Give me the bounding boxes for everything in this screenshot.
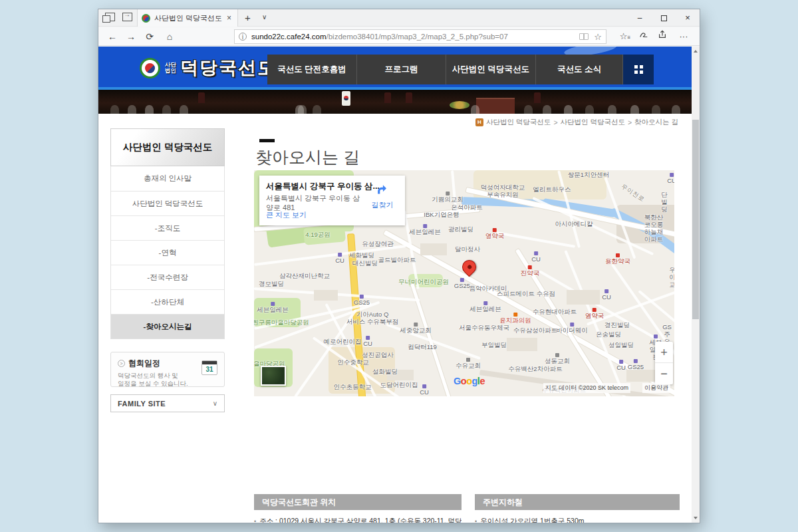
banner-person — [145, 105, 154, 114]
nav-item[interactable]: 프로그램 — [357, 55, 446, 84]
favorites-hub-icon[interactable]: ☆≡ — [617, 30, 633, 43]
sidebar-item[interactable]: -전국수련장 — [111, 265, 224, 289]
scrollbar-thumb[interactable] — [692, 120, 699, 319]
map-label: 세화빌딩 — [349, 252, 374, 259]
map-label: 수유삼성아파트 — [513, 327, 558, 334]
map-label: CU — [616, 360, 626, 372]
favorite-star-icon[interactable]: ☆ — [594, 32, 602, 42]
map-label: 세중앙교회 — [400, 323, 432, 334]
web-page: 사단 법인 덕당국선도 국선도 단전호흡법프로그램사단법인 덕당국선도국선도 소… — [98, 47, 692, 523]
nav-item[interactable]: 국선도 단전호흡법 — [267, 55, 357, 84]
nav-item[interactable]: 국선도 소식 — [536, 55, 623, 84]
map-label: 삼각산재미난학교 — [279, 273, 330, 280]
map-label: 수유교회 — [456, 358, 481, 370]
breadcrumb-item[interactable]: 사단법인 덕당국선도 — [561, 118, 625, 127]
home-icon[interactable]: ⌂ — [162, 30, 177, 43]
annotate-pen-icon[interactable] — [636, 30, 652, 43]
tab-bar: 사단법인 덕당국선도 × + ∨ – × — [98, 9, 700, 27]
map-label: 북한산코오롱 하늘채아파트 — [644, 214, 664, 243]
window-close-button[interactable]: × — [676, 9, 700, 27]
site-info-icon[interactable]: i — [239, 33, 247, 41]
map-label: 컴닥터119 — [408, 344, 437, 351]
tab-close-icon[interactable]: × — [225, 13, 233, 23]
banner-korean-flag — [342, 91, 350, 106]
zoom-out-button[interactable]: − — [655, 363, 673, 384]
section-title-bar: 덕당국선도회관 위치 — [254, 494, 462, 510]
banner-person — [564, 105, 573, 114]
satellite-view-thumbnail[interactable] — [261, 366, 286, 386]
title-dash — [259, 139, 275, 142]
breadcrumb-item[interactable]: 찾아오시는 길 — [634, 118, 678, 127]
google-logo[interactable]: Google — [454, 376, 485, 386]
family-site-select[interactable]: FAMILY SITE ∨ — [110, 394, 225, 412]
breadcrumb-home-icon[interactable]: H — [475, 118, 483, 126]
directions-icon — [375, 182, 390, 197]
nav-grid-button[interactable] — [623, 55, 654, 84]
sidebar-item[interactable]: 총재의 인사말 — [111, 166, 224, 191]
google-map[interactable]: 쌍문1치안센터우이천로CU덕성여자대학교 부속유치원엘리트하우스기쁨의교회은석아… — [254, 170, 674, 396]
section-bullet-item: 주소 : 01029 서울시 강북구 삼양로 481, 1층 (수유동 320-… — [254, 516, 462, 523]
schedule-widget[interactable]: > 협회일정 덕당국선도의 행사 및 일정을 보실 수 있습니다. 31 — [110, 352, 225, 387]
map-label: 영약국 — [485, 228, 505, 240]
map-label: 경모빌딩 — [259, 281, 284, 288]
main-nav: 국선도 단전호흡법프로그램사단법인 덕당국선도국선도 소식 — [267, 55, 654, 84]
sidebar-item[interactable]: -찾아오시는길 — [111, 314, 224, 338]
set-aside-tabs-icon[interactable] — [105, 13, 115, 21]
zoom-in-button[interactable]: + — [655, 342, 673, 363]
directions-button[interactable]: 길찾기 — [369, 182, 396, 210]
browser-tab[interactable]: 사단법인 덕당국선도 × — [137, 9, 238, 27]
breadcrumb: H사단법인 덕당국선도>사단법인 덕당국선도>찾아오시는 길 — [475, 118, 678, 127]
sidebar-item[interactable]: -산하단체 — [111, 289, 224, 314]
site-logo[interactable]: 사단 법인 덕당국선도 — [140, 56, 277, 80]
forward-icon[interactable]: → — [124, 30, 138, 43]
map-label: 수유백산2차아파트 — [508, 366, 562, 373]
tab-preview-icon[interactable] — [122, 13, 132, 21]
maximize-button[interactable] — [652, 9, 676, 27]
new-tab-button[interactable]: + — [245, 12, 251, 23]
sidebar-item[interactable]: -조직도 — [111, 215, 224, 240]
map-label: 엘리트하우스 — [533, 186, 571, 194]
map-terms-link[interactable]: 이용약관 — [642, 383, 670, 393]
scroll-up-icon[interactable] — [692, 47, 700, 56]
sidebar: 사단법인 덕당국선도 총재의 인사말사단법인 덕당국선도-조직도-연혁-전국수련… — [110, 128, 225, 339]
nav-item[interactable]: 사단법인 덕당국선도 — [446, 55, 536, 84]
map-label: 수유현대아파트 — [533, 309, 577, 316]
banner-person — [298, 105, 307, 114]
banner-person — [608, 105, 616, 114]
banner-person — [524, 105, 533, 114]
map-label: GS25 — [628, 359, 644, 371]
site-favicon — [142, 14, 150, 23]
map-road — [496, 231, 575, 248]
more-menu-icon[interactable]: ··· — [676, 30, 692, 43]
banner-person — [471, 105, 479, 114]
section-bullet-item: 우이신설 가오리역 1번출구 530m — [475, 516, 680, 523]
browser-toolbar: ← → ⟳ ⌂ i sundo22c.cafe24.com/bizdemo384… — [98, 27, 700, 46]
map-label: CU — [363, 336, 372, 348]
view-larger-map-link[interactable]: 큰 지도 보기 — [266, 210, 307, 220]
map-label: 골드빌아파트 — [378, 257, 416, 264]
banner-person — [180, 105, 188, 114]
reading-view-icon[interactable] — [579, 33, 589, 40]
breadcrumb-separator: > — [553, 118, 557, 126]
logo-title: 덕당국선도 — [180, 56, 277, 80]
map-info-card: 서울특별시 강북구 우이동 삼... 서울특별시 강북구 우이동 삼양로 481… — [259, 176, 405, 225]
map-label: 경진빌딩 — [604, 322, 630, 329]
url-bar[interactable]: i sundo22c.cafe24.com/bizdemo38401/mp3/m… — [234, 29, 606, 44]
sidebar-item[interactable]: -연혁 — [111, 240, 224, 265]
map-label: CU — [602, 289, 611, 301]
map-label: 성일빌딩 — [608, 342, 634, 349]
map-label: 부일빌딩 — [481, 342, 507, 349]
breadcrumb-item[interactable]: 사단법인 덕당국선도 — [486, 118, 551, 127]
banner-person — [672, 105, 680, 114]
tab-list-chevron-icon[interactable]: ∨ — [262, 13, 267, 21]
minimize-button[interactable]: – — [628, 9, 652, 27]
page-scrollbar[interactable] — [692, 47, 700, 523]
refresh-icon[interactable]: ⟳ — [142, 30, 157, 43]
banner-person — [630, 105, 639, 114]
scroll-down-icon[interactable] — [692, 513, 700, 523]
map-label: CU — [335, 253, 344, 265]
back-icon[interactable]: ← — [105, 30, 120, 43]
map-label: 바이더웨이 — [556, 323, 588, 334]
sidebar-item[interactable]: 사단법인 덕당국선도 — [111, 191, 224, 215]
share-icon[interactable] — [654, 30, 670, 43]
